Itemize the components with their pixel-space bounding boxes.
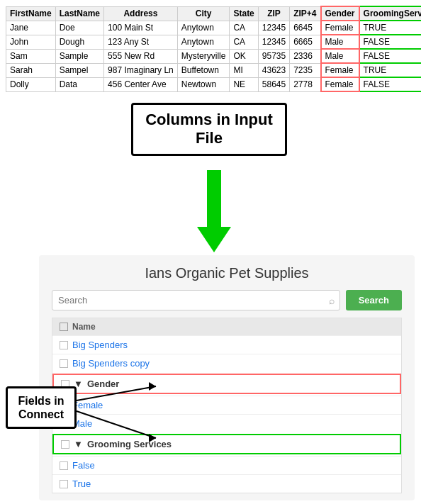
col-header-lastname: LastName <box>55 6 103 21</box>
list-item-checkbox[interactable] <box>60 359 68 368</box>
list-item-big-spenders: Big Spenders <box>52 335 401 354</box>
table-row: Jane Doe 100 Main St Anytown CA 12345 66… <box>6 21 422 35</box>
col-header-grooming: GroomingServices <box>359 6 421 21</box>
list-item-true: True <box>52 474 401 493</box>
grooming-group-header[interactable]: ▼ Grooming Services <box>52 434 401 454</box>
table-section: FirstName LastName Address City State ZI… <box>6 6 417 92</box>
table-row: Sam Sample 555 New Rd Mysteryville OK 95… <box>6 49 422 63</box>
table-row: Sarah Sampel 987 Imaginary Ln Buffetown … <box>6 63 422 77</box>
big-spenders-link[interactable]: Big Spenders <box>72 340 128 350</box>
list-header-checkbox[interactable] <box>60 323 68 331</box>
grooming-checkbox[interactable] <box>61 440 69 449</box>
list-item-female: Female <box>52 396 401 414</box>
gender-label: Gender <box>87 379 120 389</box>
list-item-male: Male <box>52 414 401 432</box>
columns-label: Columns in Input File <box>131 103 287 156</box>
big-arrow-down <box>197 170 231 252</box>
grooming-label: Grooming Services <box>87 439 172 449</box>
arrow-shaft <box>207 170 221 227</box>
true-checkbox[interactable] <box>60 480 68 488</box>
col-header-zip4: ZIP+4 <box>290 6 321 21</box>
data-table: FirstName LastName Address City State ZI… <box>6 6 421 92</box>
search-button[interactable]: Search <box>346 290 402 310</box>
list-header: Name <box>52 318 401 335</box>
search-row: ⌕ Search <box>39 290 415 310</box>
bottom-panel: Ians Organic Pet Supplies ⌕ Search Name … <box>39 255 415 500</box>
false-link[interactable]: False <box>72 460 95 471</box>
list-section: Name Big Spenders Big Spenders copy ▼ Ge… <box>52 318 402 493</box>
search-input-wrapper: ⌕ <box>52 290 340 310</box>
col-header-address: Address <box>104 6 178 21</box>
col-header-firstname: FirstName <box>6 6 56 21</box>
col-header-gender: Gender <box>321 6 359 21</box>
list-item-big-spenders-copy: Big Spenders copy <box>52 354 401 372</box>
true-link[interactable]: True <box>72 478 91 489</box>
panel-title: Ians Organic Pet Supplies <box>39 265 415 281</box>
table-row: Dolly Data 456 Center Ave Newtown NE 586… <box>6 77 422 91</box>
col-header-city: City <box>177 6 230 21</box>
false-checkbox[interactable] <box>60 461 68 470</box>
list-item-false: False <box>52 456 401 474</box>
fields-label: Fields in Connect <box>6 386 77 429</box>
big-spenders-copy-link[interactable]: Big Spenders copy <box>72 358 150 369</box>
list-item-checkbox[interactable] <box>60 341 68 349</box>
col-header-zip: ZIP <box>258 6 289 21</box>
female-link[interactable]: Female <box>72 400 103 410</box>
table-row: John Dough 123 Any St Anytown CA 12345 6… <box>6 35 422 49</box>
search-input[interactable] <box>52 290 340 310</box>
gender-group-header[interactable]: ▼ Gender <box>52 374 401 394</box>
arrow-head <box>197 227 231 252</box>
col-header-state: State <box>230 6 258 21</box>
chevron-down-icon: ▼ <box>74 439 83 449</box>
search-icon: ⌕ <box>329 295 335 306</box>
